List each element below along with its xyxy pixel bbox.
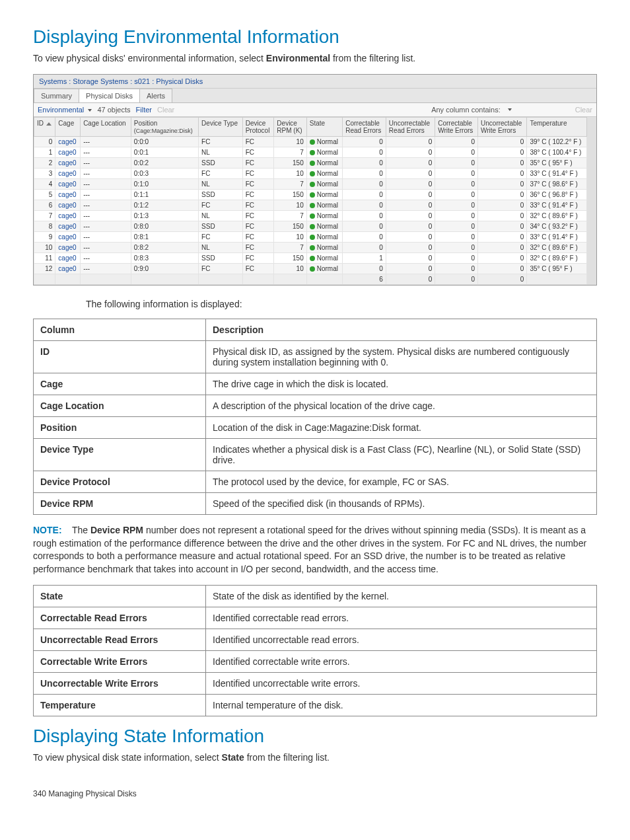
cell-cage[interactable]: cage0 [55, 137, 81, 147]
table-row[interactable]: 7cage0---0:1:3NLFC7Normal000032° C ( 89.… [34, 211, 587, 221]
cell-cage[interactable]: cage0 [55, 158, 81, 169]
cell-ure: 0 [386, 179, 435, 190]
desc-row: Correctable Write ErrorsIdentified corre… [34, 651, 597, 673]
desc-col-name: State [34, 586, 206, 607]
cell-device-type: SSD [199, 221, 243, 232]
cell-cage[interactable]: cage0 [55, 169, 81, 179]
desc-col-name: Uncorrectable Read Errors [34, 629, 206, 651]
table-row[interactable]: 11cage0---0:8:3SSDFC150Normal100032° C (… [34, 253, 587, 264]
col-cwe[interactable]: CorrectableWrite Errors [435, 118, 478, 137]
intro2-pre: To view physical disk state information,… [33, 752, 222, 763]
cell-cage[interactable]: cage0 [55, 221, 81, 232]
col-device-rpm[interactable]: DeviceRPM (K) [274, 118, 306, 137]
clear-filter-button[interactable]: Clear [157, 106, 174, 114]
desc-row: Device TypeIndicates whether a physical … [34, 439, 597, 471]
cell-cage[interactable]: cage0 [55, 264, 81, 274]
vertical-scrollbar[interactable] [587, 117, 596, 285]
col-cage-location[interactable]: Cage Location [81, 118, 131, 137]
cell-cage[interactable]: cage0 [55, 232, 81, 243]
col-id[interactable]: ID [34, 118, 55, 137]
cell-device-rpm: 150 [274, 221, 306, 232]
status-normal-icon [310, 256, 315, 261]
cell-cage[interactable]: cage0 [55, 190, 81, 200]
cell-cage-location: --- [81, 211, 131, 221]
col-uwe[interactable]: UncorrectableWrite Errors [478, 118, 527, 137]
cell-cage[interactable]: cage0 [55, 147, 81, 158]
table-row[interactable]: 3cage0---0:0:3FCFC10Normal000033° C ( 91… [34, 169, 587, 179]
cell-cre: 0 [343, 147, 386, 158]
table-row[interactable]: 0cage0---0:0:0FCFC10Normal000039° C ( 10… [34, 137, 587, 147]
tab-physical-disks[interactable]: Physical Disks [79, 89, 140, 102]
cell-cwe: 0 [435, 221, 478, 232]
table-row[interactable]: 10cage0---0:8:2NLFC7Normal000032° C ( 89… [34, 243, 587, 253]
tab-alerts[interactable]: Alerts [139, 89, 172, 102]
table-row[interactable]: 9cage0---0:8:1FCFC10Normal000033° C ( 91… [34, 232, 587, 243]
col-position[interactable]: Position(Cage:Magazine:Disk) [131, 118, 198, 137]
cell-device-rpm: 150 [274, 158, 306, 169]
intro-text-2: To view physical disk state information,… [33, 752, 597, 763]
desc-row: Uncorrectable Read ErrorsIdentified unco… [34, 629, 597, 651]
table-row[interactable]: 1cage0---0:0:1NLFC7Normal000038° C ( 100… [34, 147, 587, 158]
cell-ure: 0 [386, 158, 435, 169]
cell-device-rpm: 150 [274, 190, 306, 200]
cell-cwe: 0 [435, 169, 478, 179]
table-row[interactable]: 12cage0---0:9:0FCFC10Normal000035° C ( 9… [34, 264, 587, 274]
col-device-type[interactable]: Device Type [199, 118, 243, 137]
table-row[interactable]: 4cage0---0:1:0NLFC7Normal000037° C ( 98.… [34, 179, 587, 190]
intro2-strong: State [222, 752, 244, 763]
cell-state: Normal [306, 147, 342, 158]
cell-cage-location: --- [81, 253, 131, 264]
cell-position: 0:0:1 [131, 147, 198, 158]
status-normal-icon [310, 161, 315, 166]
status-normal-icon [310, 245, 315, 250]
cell-cage[interactable]: cage0 [55, 243, 81, 253]
cell-temperature: 38° C ( 100.4° F ) [527, 147, 587, 158]
filter-mode-dropdown[interactable]: Environmental [38, 106, 92, 114]
cell-ure: 0 [386, 200, 435, 211]
cell-cre: 0 [343, 137, 386, 147]
cell-cwe: 0 [435, 158, 478, 169]
cell-cage-location: --- [81, 147, 131, 158]
cell-ure: 0 [386, 190, 435, 200]
cell-uwe: 0 [478, 147, 527, 158]
filter-button[interactable]: Filter [136, 106, 152, 114]
status-normal-icon [310, 213, 315, 219]
cell-cre: 0 [343, 232, 386, 243]
cell-cage[interactable]: cage0 [55, 211, 81, 221]
cell-cwe: 0 [435, 253, 478, 264]
col-cre[interactable]: CorrectableRead Errors [343, 118, 386, 137]
clear-search-button[interactable]: Clear [575, 106, 592, 114]
cell-cage-location: --- [81, 243, 131, 253]
cell-cwe: 0 [435, 243, 478, 253]
col-ure[interactable]: UncorrectableRead Errors [386, 118, 435, 137]
cell-uwe: 0 [478, 190, 527, 200]
cell-cage[interactable]: cage0 [55, 179, 81, 190]
tab-summary[interactable]: Summary [34, 89, 79, 102]
physical-disks-table: ID Cage Cage Location Position(Cage:Maga… [34, 117, 587, 285]
cell-cre: 0 [343, 169, 386, 179]
desc-row: Correctable Read ErrorsIdentified correc… [34, 607, 597, 629]
footer-cwe: 0 [435, 274, 478, 285]
chevron-down-icon [508, 108, 512, 111]
screenshot-panel: Systems : Storage Systems : s021 : Physi… [33, 74, 597, 286]
cell-cwe: 0 [435, 200, 478, 211]
cell-position: 0:8:1 [131, 232, 198, 243]
col-state[interactable]: State [306, 118, 342, 137]
table-row[interactable]: 8cage0---0:8:0SSDFC150Normal000034° C ( … [34, 221, 587, 232]
col-cage[interactable]: Cage [55, 118, 81, 137]
cell-device-protocol: FC [242, 190, 274, 200]
cell-device-protocol: FC [242, 169, 274, 179]
col-device-protocol[interactable]: DeviceProtocol [242, 118, 274, 137]
intro2-post: from the filtering list. [244, 752, 330, 763]
table-row[interactable]: 6cage0---0:1:2FCFC10Normal000033° C ( 91… [34, 200, 587, 211]
table-footer: 6 0 0 0 [34, 274, 587, 285]
table-row[interactable]: 5cage0---0:1:1SSDFC150Normal000036° C ( … [34, 190, 587, 200]
cell-cre: 0 [343, 158, 386, 169]
cell-cage-location: --- [81, 264, 131, 274]
col-temperature[interactable]: Temperature [527, 118, 587, 137]
cell-cage[interactable]: cage0 [55, 200, 81, 211]
table-row[interactable]: 2cage0---0:0:2SSDFC150Normal000035° C ( … [34, 158, 587, 169]
cell-device-protocol: FC [242, 232, 274, 243]
cell-cre: 0 [343, 211, 386, 221]
cell-cage[interactable]: cage0 [55, 253, 81, 264]
